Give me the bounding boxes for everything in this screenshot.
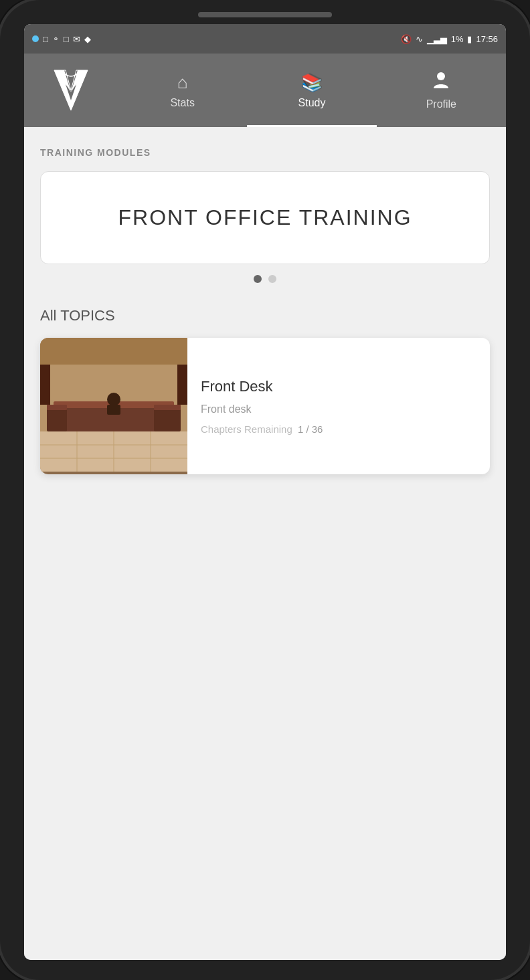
nav-bar: ⌂ Stats 📚 Study Profile [24, 54, 506, 127]
dot-1[interactable] [254, 275, 262, 283]
profile-label: Profile [426, 98, 456, 110]
key-icon: ◆ [84, 34, 91, 44]
module-card-title: FRONT OFFICE TRAINING [61, 205, 469, 230]
svg-point-4 [437, 72, 445, 80]
circle-icon: ⚬ [52, 34, 60, 44]
svg-rect-20 [154, 408, 181, 431]
svg-rect-26 [40, 338, 187, 365]
svg-rect-21 [154, 405, 181, 410]
dot-2[interactable] [268, 275, 276, 283]
stats-label: Stats [170, 97, 194, 109]
topic-chapters: Chapters Remaining 1 / 36 [201, 423, 476, 435]
svg-point-22 [107, 393, 120, 406]
status-bar: □ ⚬ □ ✉ ◆ 🔇 ∿ ▁▃▅ 1% ▮ 17:56 [24, 24, 506, 54]
topic-image-front-desk [40, 338, 187, 474]
study-label: Study [298, 97, 326, 109]
notch-bar [198, 12, 332, 17]
home-icon: ⌂ [177, 72, 188, 93]
main-content: TRAINING MODULES FRONT OFFICE TRAINING A… [24, 127, 506, 960]
app-logo [24, 54, 118, 127]
signal-bars: ▁▃▅ [427, 34, 447, 44]
chapters-count: 1 / 36 [298, 423, 323, 435]
clock: 17:56 [476, 34, 498, 44]
svg-rect-25 [177, 365, 187, 405]
status-left-icons: □ ⚬ □ ✉ ◆ [32, 34, 91, 44]
module-card-front-office[interactable]: FRONT OFFICE TRAINING [40, 171, 490, 264]
mail-icon: ✉ [73, 34, 80, 44]
topic-name: Front Desk [201, 378, 476, 395]
svg-rect-19 [47, 405, 67, 410]
all-topics-title: All TOPICS [40, 307, 490, 324]
chapters-remaining-label: Chapters Remaining [201, 423, 292, 435]
nav-tabs: ⌂ Stats 📚 Study Profile [118, 54, 506, 127]
tab-stats[interactable]: ⌂ Stats [118, 54, 247, 127]
flipboard-icon: □ [43, 34, 48, 44]
svg-rect-24 [40, 365, 50, 405]
tab-profile[interactable]: Profile [377, 54, 506, 127]
svg-rect-18 [47, 408, 67, 431]
topic-info-front-desk: Front Desk Front desk Chapters Remaining… [187, 338, 490, 474]
wifi-icon: ∿ [416, 34, 423, 44]
svg-rect-23 [107, 405, 120, 415]
status-right-info: 🔇 ∿ ▁▃▅ 1% ▮ 17:56 [401, 34, 498, 44]
pagination-dots [40, 275, 490, 283]
logo-svg [51, 67, 91, 114]
hotel-lobby-svg [40, 338, 187, 472]
topic-card-front-desk[interactable]: Front Desk Front desk Chapters Remaining… [40, 338, 490, 474]
status-dot [32, 35, 39, 42]
tab-study[interactable]: 📚 Study [247, 54, 376, 127]
flipboard2-icon: □ [64, 34, 69, 44]
phone-frame: □ ⚬ □ ✉ ◆ 🔇 ∿ ▁▃▅ 1% ▮ 17:56 [0, 0, 530, 980]
screen: □ ⚬ □ ✉ ◆ 🔇 ∿ ▁▃▅ 1% ▮ 17:56 [24, 24, 506, 960]
mute-icon: 🔇 [401, 34, 412, 44]
person-icon [432, 71, 450, 94]
training-modules-title: TRAINING MODULES [40, 147, 490, 158]
battery-icon: ▮ [467, 34, 472, 44]
topic-description: Front desk [201, 403, 476, 415]
book-icon: 📚 [301, 72, 323, 93]
battery-percent: 1% [451, 34, 464, 44]
